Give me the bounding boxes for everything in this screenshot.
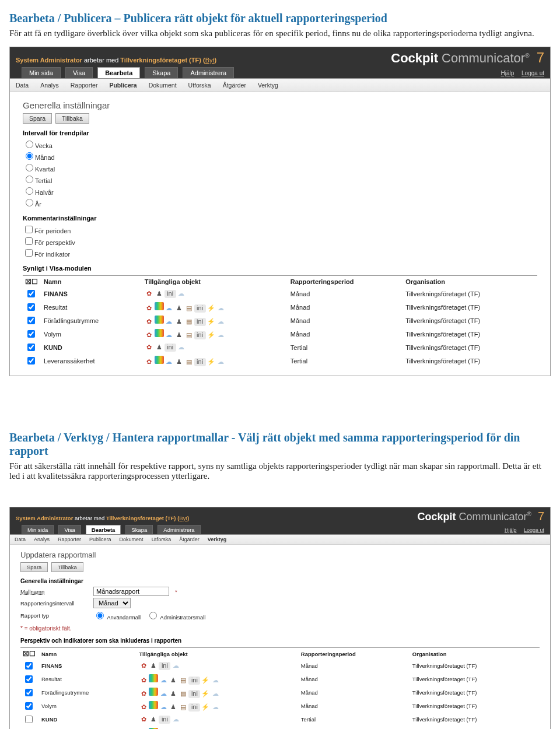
- row-checkbox[interactable]: [25, 689, 33, 696]
- interval-option[interactable]: Vecka: [23, 139, 537, 150]
- row-checkbox[interactable]: [27, 290, 35, 297]
- row-checkbox[interactable]: [27, 317, 35, 324]
- sub-tab-analys[interactable]: Analys: [40, 82, 59, 89]
- row-checkbox[interactable]: [27, 303, 35, 311]
- comment-heading: Kommentarinställningar: [23, 215, 537, 222]
- app2-userline: System Administrator arbetar med Tillver…: [16, 515, 189, 524]
- switch-org-link[interactable]: Byt: [179, 515, 187, 521]
- comment-option[interactable]: För indikator: [23, 247, 537, 259]
- tab-bearbeta[interactable]: Bearbeta: [86, 525, 121, 534]
- col-selectall-icon[interactable]: ☒☐: [20, 648, 39, 660]
- help-link[interactable]: Hjälp: [501, 70, 514, 76]
- sub-tab-atgarder[interactable]: Åtgärder: [223, 82, 246, 89]
- row-checkbox[interactable]: [27, 330, 35, 338]
- table-row: Leveranssäkerhet✿☁♟▤ini⚡☁TertialTillverk…: [23, 354, 537, 367]
- interval-radio[interactable]: [26, 141, 33, 148]
- comment-checkbox[interactable]: [25, 237, 33, 245]
- book-icon: ▤: [178, 703, 188, 712]
- back-button[interactable]: Tillbaka: [51, 562, 83, 572]
- report-type-admin-radio[interactable]: [149, 612, 157, 619]
- interval-option[interactable]: Månad: [23, 150, 537, 162]
- sub-tab-verktyg[interactable]: Verktyg: [208, 537, 227, 542]
- sub-tab-atgarder[interactable]: Åtgärder: [179, 537, 200, 542]
- row-checkbox[interactable]: [27, 357, 35, 365]
- row-checkbox[interactable]: [25, 662, 33, 670]
- template-table: ☒☐ Namn Tillgängliga objekt Rapportering…: [20, 647, 540, 729]
- tab-min-sida[interactable]: Min sida: [22, 67, 61, 78]
- save-button[interactable]: Spara: [23, 113, 52, 124]
- sub-tab-data[interactable]: Data: [16, 82, 29, 89]
- report-type-user[interactable]: Användarmall: [93, 610, 141, 621]
- cloud2-icon: ☁: [211, 690, 220, 698]
- sub-tab-dokument[interactable]: Dokument: [120, 537, 144, 542]
- sub-tab-analys[interactable]: Analys: [34, 537, 50, 542]
- tab-bearbeta[interactable]: Bearbeta: [97, 67, 140, 78]
- app2-window: System Administrator arbetar med Tillver…: [9, 507, 551, 729]
- interval-option[interactable]: Halvår: [23, 185, 537, 197]
- app1-content: Generella inställningar Spara Tillbaka I…: [10, 92, 550, 376]
- row-checkbox[interactable]: [27, 344, 35, 351]
- tab-skapa[interactable]: Skapa: [125, 525, 153, 534]
- help-link[interactable]: Hjälp: [505, 527, 517, 533]
- sub-tab-utforska[interactable]: Utforska: [152, 537, 172, 542]
- tab-min-sida[interactable]: Min sida: [22, 525, 54, 534]
- row-org: Tillverkningsföretaget (TF): [403, 300, 537, 314]
- row-checkbox[interactable]: [25, 716, 33, 723]
- logout-link[interactable]: Logga ut: [524, 527, 544, 533]
- bar-icon: [149, 674, 158, 682]
- tab-skapa[interactable]: Skapa: [145, 67, 178, 78]
- switch-org-link[interactable]: Byt: [205, 57, 215, 64]
- tab-administrera[interactable]: Administrera: [158, 525, 200, 534]
- sub-tab-dokument[interactable]: Dokument: [149, 82, 177, 89]
- section2-title: Bearbeta / Verktyg / Hantera rapportmall…: [9, 431, 551, 458]
- back-button[interactable]: Tillbaka: [55, 113, 89, 124]
- row-org: Tillverkningsföretaget (TF): [403, 327, 537, 341]
- row-checkbox[interactable]: [25, 702, 33, 710]
- interval-option[interactable]: Kvartal: [23, 162, 537, 174]
- interval-radio[interactable]: [26, 152, 33, 160]
- row-name: Förädlingsutrymme: [41, 314, 142, 327]
- row-objects: ✿☁♟▤ini⚡☁: [142, 354, 288, 367]
- sub-tab-verktyg[interactable]: Verktyg: [258, 82, 278, 89]
- row-objects: ✿☁♟▤ini⚡☁: [136, 699, 298, 713]
- pin-icon: ✿: [139, 662, 148, 670]
- interval-select[interactable]: Månad: [93, 598, 131, 608]
- interval-option[interactable]: År: [23, 197, 537, 209]
- sub-tab-data[interactable]: Data: [15, 537, 26, 542]
- sub-tab-rapporter[interactable]: Rapporter: [58, 537, 81, 542]
- comment-checkbox[interactable]: [25, 249, 33, 257]
- interval-option[interactable]: Tertial: [23, 174, 537, 185]
- template-name-input[interactable]: [93, 587, 169, 596]
- sub-tab-publicera[interactable]: Publicera: [89, 537, 111, 542]
- col-name: Namn: [39, 648, 136, 660]
- row-period: Månad: [288, 314, 403, 327]
- tab-administrera[interactable]: Administrera: [183, 67, 234, 78]
- cloud-icon: ☁: [164, 358, 174, 366]
- comment-checkbox[interactable]: [25, 226, 33, 233]
- app2-topbar: System Administrator arbetar med Tillver…: [10, 507, 550, 534]
- interval-radio[interactable]: [26, 176, 33, 183]
- report-type-admin[interactable]: Administratörsmall: [146, 610, 205, 621]
- interval-radio[interactable]: [26, 164, 33, 171]
- comment-option[interactable]: För perspektiv: [23, 236, 537, 247]
- interval-radio[interactable]: [26, 199, 33, 206]
- sub-tab-utforska[interactable]: Utforska: [188, 82, 211, 89]
- section1-title: Bearbeta / Publicera – Publicera rätt ob…: [9, 12, 551, 25]
- row-name: KUND: [39, 713, 136, 726]
- row-checkbox[interactable]: [25, 675, 33, 683]
- tab-visa[interactable]: Visa: [58, 525, 80, 534]
- interval-radio[interactable]: [26, 187, 33, 195]
- save-button[interactable]: Spara: [20, 562, 48, 572]
- sub-tab-rapporter[interactable]: Rapporter: [71, 82, 98, 89]
- row-period: Månad: [288, 300, 403, 314]
- col-selectall-icon[interactable]: ☒☐: [23, 276, 41, 288]
- sub-tab-publicera[interactable]: Publicera: [109, 82, 136, 89]
- tab-visa[interactable]: Visa: [65, 67, 93, 78]
- book-icon: ▤: [178, 677, 188, 685]
- comment-option[interactable]: För perioden: [23, 224, 537, 236]
- cloud2-icon: ☁: [216, 318, 226, 326]
- report-type-user-radio[interactable]: [96, 612, 104, 619]
- brand-a: Cockpit: [417, 511, 456, 523]
- logout-link[interactable]: Logga ut: [522, 70, 544, 76]
- publish-table: ☒☐ Namn Tillgängliga objekt Rapportering…: [23, 275, 537, 367]
